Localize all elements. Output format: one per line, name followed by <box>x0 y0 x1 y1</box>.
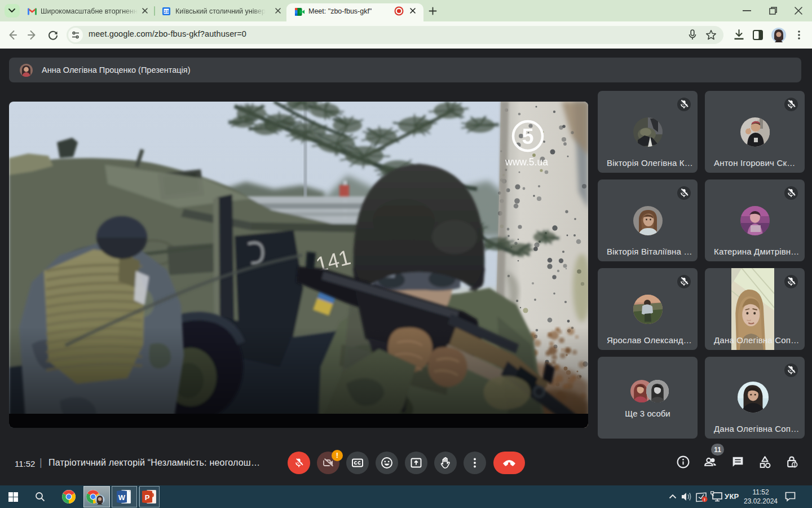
svg-text:P: P <box>145 493 150 502</box>
svg-text:11: 11 <box>714 446 721 454</box>
svg-text:www.5.ua: www.5.ua <box>505 156 548 168</box>
svg-text:W: W <box>118 493 126 502</box>
svg-text:5: 5 <box>522 125 533 148</box>
svg-text:!: ! <box>704 497 705 502</box>
svg-text:23: 23 <box>164 9 169 14</box>
